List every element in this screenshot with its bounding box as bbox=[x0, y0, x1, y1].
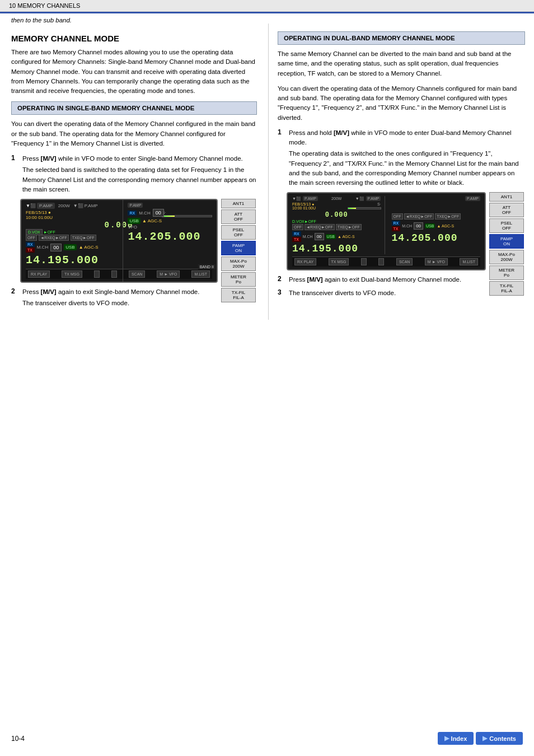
dual-band-intro2: You can divert the operating data of the… bbox=[278, 84, 525, 123]
dual-tx-msg-btn[interactable]: TX MSG bbox=[329, 258, 349, 265]
dual-m-list-btn[interactable]: M.LIST bbox=[460, 258, 478, 265]
index-arrow-icon: ▶ bbox=[444, 735, 449, 742]
dual-att-off-btn[interactable]: ATTOFF bbox=[489, 203, 524, 217]
dual-step1-content: Press and hold [M/V] while in VFO mode t… bbox=[289, 128, 525, 188]
single-band-transceiver: ▼⬛ P.AMP 200W ▼⬛ P.AMP FEB/15/13 ● 10:00… bbox=[20, 199, 218, 283]
step1-row: 1 Press [M/V] while in VFO mode to enter… bbox=[11, 154, 257, 194]
dual-band-title: OPERATING IN DUAL-BAND MEMORY CHANNEL MO… bbox=[284, 35, 519, 41]
step2-row: 2 Press [M/V] again to exit Single-band … bbox=[11, 287, 257, 309]
chapter-label: 10 MEMORY CHANNELS bbox=[9, 2, 80, 9]
intro-text: There are two Memory Channel modes allow… bbox=[11, 48, 257, 96]
dual-empty-1 bbox=[361, 258, 367, 265]
step1-sub: The selected band is switched to the ope… bbox=[22, 165, 257, 194]
step2-text: Press [M/V] again to exit Single-band Me… bbox=[22, 288, 199, 295]
dual-band-section-box: OPERATING IN DUAL-BAND MEMORY CHANNEL MO… bbox=[278, 31, 525, 45]
dual-ant1-btn[interactable]: ANT1 bbox=[489, 192, 524, 202]
dual-left-panel: ▼⬛ P.AMP 200W ▼⬛ P.AMP bbox=[292, 196, 385, 254]
empty-btn-2 bbox=[111, 270, 117, 278]
pamp-right-label: ▼⬛ P.AMP bbox=[73, 203, 98, 208]
dual-band-transceiver: ▼⬛ P.AMP 200W ▼⬛ P.AMP bbox=[287, 192, 486, 270]
signal-indicator: ▼⬛ P.AMP bbox=[26, 203, 55, 209]
step1-text: Press [M/V] while in VFO mode to enter S… bbox=[22, 155, 243, 162]
dual-empty-2 bbox=[378, 258, 384, 265]
contents-label: Contents bbox=[489, 735, 516, 742]
psel-off-btn[interactable]: PSELOFF bbox=[221, 225, 256, 240]
dual-psel-off-btn[interactable]: PSELOFF bbox=[489, 218, 524, 233]
date-left: FEB/15/13 ● bbox=[26, 210, 51, 215]
index-label: Index bbox=[451, 735, 467, 742]
page: 10 MEMORY CHANNELS then to the sub band.… bbox=[0, 0, 534, 756]
left-column: MEMORY CHANNEL MODE There are two Memory… bbox=[0, 24, 269, 320]
page-footer: 10-4 ▶ Index ▶ Contents bbox=[0, 732, 534, 745]
right-sidebar-buttons: ANT1 ATTOFF PSELOFF PAMPON MAX-Po200W ME… bbox=[221, 199, 256, 302]
tx-fil-btn[interactable]: TX-FILFIL-A bbox=[221, 288, 256, 302]
dual-step2-text: Press [M/V] again to exit Dual-band Memo… bbox=[289, 276, 461, 283]
header-note: then to the sub band. bbox=[0, 13, 534, 24]
main-freq-right: 14.205.000 bbox=[128, 230, 214, 243]
dual-m-vfo-btn[interactable]: M ► VFO bbox=[425, 258, 448, 265]
dual-maxpo-btn[interactable]: MAX-Po200W bbox=[489, 250, 524, 264]
power-200w-label: 200W bbox=[58, 203, 70, 208]
dual-bottom-buttons: RX PLAY TX MSG SCAN M ► VFO M.LIST bbox=[292, 256, 480, 267]
single-band-section-box: OPERATING IN SINGLE-BAND MEMORY CHANNEL … bbox=[11, 101, 257, 115]
dual-step3-text: The transceiver diverts to VFO mode. bbox=[289, 290, 396, 296]
band-ii-label: BAND II bbox=[198, 264, 216, 269]
dual-s-meter-fill bbox=[348, 208, 357, 209]
dual-sub-freq: 0.000 bbox=[292, 211, 381, 219]
index-button[interactable]: ▶ Index bbox=[438, 732, 474, 745]
page-number: 10-4 bbox=[11, 735, 25, 743]
rx-play-btn[interactable]: RX PLAY bbox=[28, 270, 50, 278]
single-band-title: OPERATING IN SINGLE-BAND MEMORY CHANNEL … bbox=[17, 105, 251, 111]
dual-step3-num: 3 bbox=[278, 288, 287, 298]
dual-rx-play-btn[interactable]: RX PLAY bbox=[294, 258, 316, 265]
time-left: 10:00 01:00U bbox=[26, 215, 53, 220]
dual-scan-btn[interactable]: SCAN bbox=[396, 258, 413, 265]
dual-step3-row: 3 The transceiver diverts to VFO mode. bbox=[278, 288, 525, 298]
footer-buttons: ▶ Index ▶ Contents bbox=[438, 732, 523, 745]
dual-band-display-container: ▼⬛ P.AMP 200W ▼⬛ P.AMP bbox=[287, 192, 486, 270]
dual-step1-text: Press and hold [M/V] while in VFO mode t… bbox=[289, 129, 512, 146]
ant1-btn[interactable]: ANT1 bbox=[221, 199, 256, 208]
att-off-btn[interactable]: ATTOFF bbox=[221, 209, 256, 224]
empty-btn-1 bbox=[94, 270, 100, 278]
dual-band-intro1: The same Memory Channel can be diverted … bbox=[278, 49, 525, 78]
contents-arrow-icon: ▶ bbox=[483, 735, 487, 742]
right-panel-single: P.AMP RX M.CH 00 USB ▲ AGC-S VFO 14.205.… bbox=[123, 200, 217, 282]
dual-pamp-on-btn[interactable]: PAMPON bbox=[489, 234, 524, 249]
dual-s-meter-bar bbox=[348, 207, 381, 209]
meter-po-btn[interactable]: METERPo bbox=[221, 272, 256, 287]
main-section-title: MEMORY CHANNEL MODE bbox=[11, 34, 257, 43]
dual-main-freq-right: 14.205.000 bbox=[392, 232, 481, 244]
step1-content: Press [M/V] while in VFO mode to enter S… bbox=[22, 154, 257, 194]
dual-step1-sub: The operating data is switched to the on… bbox=[289, 149, 525, 188]
tx-msg-btn[interactable]: TX MSG bbox=[62, 270, 82, 278]
right-column: OPERATING IN DUAL-BAND MEMORY CHANNEL MO… bbox=[269, 24, 534, 320]
dual-panels: ▼⬛ P.AMP 200W ▼⬛ P.AMP bbox=[292, 196, 480, 254]
content-wrapper: MEMORY CHANNEL MODE There are two Memory… bbox=[0, 24, 534, 320]
dual-right-sidebar: ANT1 ATTOFF PSELOFF PAMPON MAX-Po200W ME… bbox=[489, 192, 524, 296]
dual-right-panel: P.AMP OFF ◄RXEQ►OFF TXEQ►OFF RX bbox=[388, 196, 481, 254]
pamp-on-btn[interactable]: PAMPON bbox=[221, 241, 256, 255]
top-bar: 10 MEMORY CHANNELS bbox=[0, 0, 534, 12]
contents-button[interactable]: ▶ Contents bbox=[476, 732, 523, 745]
single-band-intro: You can divert the operating data of the… bbox=[11, 119, 257, 148]
dual-step1-row: 1 Press and hold [M/V] while in VFO mode… bbox=[278, 128, 525, 188]
dual-main-freq-left: 14.195.000 bbox=[292, 243, 381, 254]
maxpo-btn[interactable]: MAX-Po200W bbox=[221, 256, 256, 271]
step1-num: 1 bbox=[11, 154, 20, 194]
single-band-display-container: ▼⬛ P.AMP 200W ▼⬛ P.AMP FEB/15/13 ● 10:00… bbox=[20, 199, 218, 283]
dual-step2-num: 2 bbox=[278, 275, 287, 284]
dual-tx-fil-btn[interactable]: TX-FILFIL-A bbox=[489, 281, 524, 296]
dual-step1-num: 1 bbox=[278, 128, 287, 188]
step2-num: 2 bbox=[11, 287, 20, 309]
dual-meter-po-btn[interactable]: METERPo bbox=[489, 265, 524, 280]
dual-step2-row: 2 Press [M/V] again to exit Dual-band Me… bbox=[278, 275, 525, 284]
